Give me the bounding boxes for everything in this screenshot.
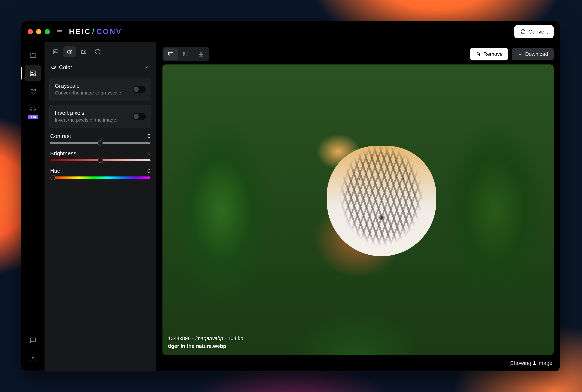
image-viewport[interactable]: 1344x896 - image/webp - 104 kb tiger in … <box>162 64 554 355</box>
window-minimize-button[interactable] <box>36 29 41 34</box>
view-single[interactable] <box>164 48 178 60</box>
trash-icon <box>476 52 481 57</box>
convert-label: Convert <box>528 28 548 35</box>
grayscale-desc: Convert the image to grayscale. <box>55 90 122 96</box>
tab-rotate[interactable] <box>92 46 104 57</box>
list-icon <box>183 51 189 57</box>
logo-text-heic: HEIC <box>69 28 91 36</box>
preview-image <box>162 64 554 355</box>
brightness-value: 0 <box>147 150 150 156</box>
overlap-circles-icon <box>67 49 73 55</box>
rail-folder[interactable] <box>25 47 41 63</box>
main-area: Remove Download 1344x896 - image/webp <box>156 42 560 371</box>
rotate-icon <box>95 49 101 55</box>
invert-desc: Invert the pixels of the image. <box>55 117 117 123</box>
download-button[interactable]: Download <box>512 48 554 60</box>
brightness-label: Brightness <box>50 150 76 156</box>
remove-label: Remove <box>483 51 502 57</box>
grayscale-toggle[interactable] <box>133 86 146 93</box>
svg-rect-15 <box>183 55 185 56</box>
chevron-up-icon <box>145 65 150 70</box>
slider-handle[interactable] <box>98 158 103 163</box>
panel-tab-bar <box>45 46 156 61</box>
image-size: 104 kb <box>228 336 243 341</box>
section-color-title: Color <box>59 64 72 70</box>
svg-rect-20 <box>199 54 201 56</box>
svg-point-7 <box>55 51 55 52</box>
footer-prefix: Showing <box>510 360 533 366</box>
grayscale-title: Grayscale <box>55 83 122 89</box>
image-small-icon <box>53 49 59 55</box>
slider-hue-row: Hue 0 <box>50 166 151 180</box>
svg-rect-13 <box>169 53 173 56</box>
view-grid[interactable] <box>194 48 208 60</box>
overlap-circles-icon <box>51 64 57 70</box>
slider-handle[interactable] <box>51 175 56 180</box>
nav-rail: ✦AI <box>21 42 45 371</box>
ai-badge: ✦AI <box>28 114 38 119</box>
external-link-icon <box>29 88 37 95</box>
grid-icon <box>198 51 204 57</box>
svg-rect-14 <box>183 52 185 54</box>
rail-settings[interactable] <box>25 350 41 366</box>
rail-external[interactable] <box>25 83 41 100</box>
slider-brightness-row: Brightness 0 <box>50 149 151 162</box>
view-switcher <box>162 47 209 61</box>
remove-button[interactable]: Remove <box>470 48 508 60</box>
toggle-knob <box>134 114 139 119</box>
hue-slider[interactable] <box>50 176 150 179</box>
invert-toggle[interactable] <box>133 113 146 120</box>
app-logo: HEIC / CONV <box>69 28 122 36</box>
image-icon <box>29 70 37 77</box>
rail-ai[interactable]: ✦AI <box>25 101 41 118</box>
card-grayscale: Grayscale Convert the image to grayscale… <box>50 78 151 101</box>
hue-value: 0 <box>147 168 150 174</box>
logo-text-conv: CONV <box>96 28 122 36</box>
svg-point-4 <box>32 72 33 73</box>
folder-icon <box>29 52 37 59</box>
app-window: HEIC / CONV Convert ✦AI <box>21 21 560 371</box>
slider-handle[interactable] <box>98 140 103 146</box>
view-list[interactable] <box>179 48 193 60</box>
footer-count: 1 <box>533 360 536 366</box>
sparkle-icon <box>29 106 37 113</box>
chat-icon <box>29 336 37 344</box>
section-color-header[interactable]: Color <box>50 61 151 74</box>
toggle-knob <box>134 87 139 92</box>
rail-image[interactable] <box>25 65 41 82</box>
contrast-value: 0 <box>147 133 150 139</box>
download-label: Download <box>525 51 548 57</box>
card-invert: Invert pixels Invert the pixels of the i… <box>50 105 151 128</box>
window-close-button[interactable] <box>28 29 33 34</box>
rail-chat[interactable] <box>25 332 41 348</box>
tab-image-adjust[interactable] <box>50 46 62 57</box>
svg-point-5 <box>32 357 34 359</box>
tab-overlap[interactable] <box>64 46 76 57</box>
tab-camera[interactable] <box>78 46 90 57</box>
convert-button[interactable]: Convert <box>514 25 554 38</box>
image-filename: tiger in the nature.webp <box>168 342 243 350</box>
menu-button[interactable] <box>55 27 64 36</box>
gear-icon <box>29 354 37 362</box>
svg-rect-18 <box>199 52 201 54</box>
image-dimensions: 1344x896 <box>168 336 191 341</box>
titlebar: HEIC / CONV Convert <box>21 21 560 42</box>
camera-icon <box>81 49 87 55</box>
hue-label: Hue <box>50 168 60 174</box>
contrast-slider[interactable] <box>50 142 150 144</box>
svg-rect-19 <box>201 52 203 54</box>
traffic-lights <box>28 29 50 34</box>
download-icon <box>517 52 522 57</box>
svg-rect-21 <box>201 54 203 56</box>
brightness-slider[interactable] <box>50 159 150 161</box>
invert-title: Invert pixels <box>55 110 117 116</box>
footer-status: Showing 1 image <box>162 358 554 366</box>
image-stack-icon <box>168 51 174 57</box>
image-mime: image/webp <box>195 336 223 341</box>
window-maximize-button[interactable] <box>45 29 50 34</box>
svg-point-10 <box>83 51 85 53</box>
image-caption: 1344x896 - image/webp - 104 kb tiger in … <box>168 334 243 350</box>
slider-contrast-row: Contrast 0 <box>50 132 151 145</box>
footer-suffix: image <box>536 360 552 366</box>
contrast-label: Contrast <box>50 133 71 139</box>
